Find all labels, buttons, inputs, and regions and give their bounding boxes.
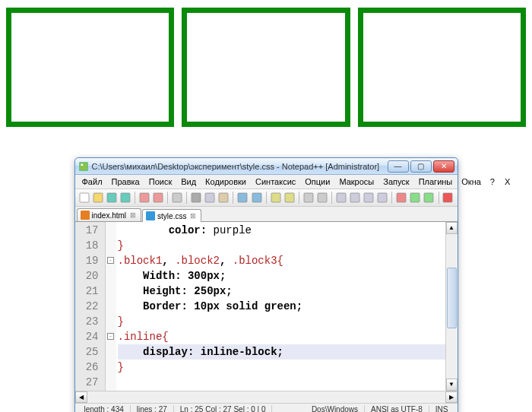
maximize-button[interactable]: ▢: [410, 160, 432, 173]
code-line[interactable]: .inline{: [118, 329, 445, 344]
closeall-button[interactable]: [152, 191, 164, 204]
status-encoding: ANSI as UTF-8: [365, 405, 429, 412]
scroll-left-arrow-icon[interactable]: ◀: [75, 391, 87, 403]
menu-item-1[interactable]: Правка: [108, 176, 144, 187]
svg-rect-16: [304, 193, 313, 202]
menu-item-3[interactable]: Вид: [177, 176, 200, 187]
scroll-down-arrow-icon[interactable]: ▼: [446, 379, 458, 391]
code-line[interactable]: Width: 300px;: [118, 268, 445, 284]
close-button[interactable]: [138, 191, 150, 204]
wrap-button[interactable]: [335, 191, 347, 204]
svg-rect-25: [443, 193, 452, 202]
horizontal-scrollbar[interactable]: ◀ ▶: [75, 391, 458, 403]
cut-button[interactable]: [190, 191, 202, 204]
fold-toggle-icon[interactable]: -: [107, 257, 114, 264]
find-button[interactable]: [269, 191, 281, 204]
svg-rect-0: [79, 162, 87, 170]
minimize-button[interactable]: —: [388, 160, 409, 173]
close-button[interactable]: ✕: [433, 160, 454, 173]
code-line[interactable]: Border: 10px solid green;: [118, 299, 445, 314]
css-file-icon: [146, 211, 155, 220]
paste-button[interactable]: [217, 191, 230, 204]
fold-cell[interactable]: -: [106, 328, 116, 344]
indent-button[interactable]: [363, 191, 375, 204]
new-button[interactable]: [78, 191, 90, 204]
toolbar: [75, 189, 458, 207]
undo-button[interactable]: [236, 191, 249, 204]
fold-gutter: - -: [106, 222, 116, 391]
menu-item-0[interactable]: Файл: [78, 176, 106, 187]
svg-rect-8: [173, 193, 182, 202]
play-button[interactable]: [409, 191, 421, 204]
save-button[interactable]: [106, 191, 118, 204]
code-line[interactable]: Height: 250px;: [118, 284, 445, 299]
svg-rect-9: [192, 193, 201, 202]
print-button[interactable]: [171, 191, 183, 204]
svg-rect-11: [219, 193, 228, 202]
menu-item-6[interactable]: Опции: [301, 176, 334, 187]
tab-close-icon[interactable]: ⊠: [190, 212, 196, 220]
scroll-up-arrow-icon[interactable]: ▲: [446, 222, 458, 234]
tab-style-css[interactable]: style.css⊠: [142, 209, 201, 222]
fold-toggle-icon[interactable]: -: [107, 333, 114, 340]
menu-item-4[interactable]: Кодировки: [201, 176, 250, 187]
menu-close-x[interactable]: X: [500, 176, 515, 187]
code-line[interactable]: }: [118, 238, 445, 253]
lang-button[interactable]: [376, 191, 388, 204]
open-button[interactable]: [92, 191, 104, 204]
menu-item-8[interactable]: Запуск: [379, 176, 413, 187]
code-area[interactable]: color: purple}.block1, .block2, .block3{…: [116, 222, 445, 391]
code-line[interactable]: [118, 375, 445, 390]
code-line[interactable]: .block1, .block2, .block3{: [118, 253, 445, 268]
undo-icon: [237, 192, 248, 203]
svg-rect-24: [424, 193, 433, 202]
code-line[interactable]: color: purple: [118, 223, 445, 238]
menubar: ФайлПравкаПоискВидКодировкиСинтаксисОпци…: [75, 175, 458, 189]
svg-rect-3: [93, 193, 103, 202]
replace-button[interactable]: [283, 191, 296, 204]
redo-button[interactable]: [250, 191, 262, 204]
code-line[interactable]: display: inline-block;: [118, 344, 445, 360]
code-line[interactable]: }: [118, 314, 445, 329]
zoomin-button[interactable]: [302, 191, 315, 204]
line-number: 24: [75, 329, 99, 344]
menu-item-5[interactable]: Синтаксис: [252, 176, 299, 187]
rec-button[interactable]: [442, 191, 454, 204]
scroll-thumb[interactable]: [447, 268, 457, 328]
paste-icon: [218, 192, 229, 203]
playrec-button[interactable]: [423, 191, 435, 204]
code-line[interactable]: }: [118, 360, 445, 375]
menu-item-11[interactable]: ?: [486, 176, 499, 187]
macro-button[interactable]: [395, 191, 407, 204]
vertical-scrollbar[interactable]: ▲ ▼: [445, 222, 458, 391]
saveall-button[interactable]: [119, 191, 131, 204]
menu-item-10[interactable]: Окна: [458, 176, 485, 187]
menu-item-7[interactable]: Макросы: [335, 176, 378, 187]
fold-cell: [106, 298, 116, 313]
svg-rect-21: [378, 193, 387, 202]
svg-rect-12: [238, 193, 247, 202]
save-icon: [106, 192, 117, 203]
tab-index-html[interactable]: index.html⊠: [77, 208, 142, 221]
toolbar-separator: [186, 192, 187, 204]
svg-rect-19: [350, 193, 359, 202]
find-icon: [271, 192, 281, 203]
svg-rect-5: [121, 193, 130, 202]
zoomout-icon: [317, 192, 328, 203]
line-number: 22: [75, 299, 99, 314]
svg-rect-20: [364, 193, 373, 202]
titlebar[interactable]: C:\Users\михаил\Desktop\эксперимент\styl…: [75, 158, 458, 175]
rec-icon: [442, 192, 453, 203]
scroll-right-arrow-icon[interactable]: ▶: [445, 391, 458, 403]
fold-cell: [106, 237, 116, 252]
chars-button[interactable]: [349, 191, 361, 204]
window-title: C:\Users\михаил\Desktop\эксперимент\styl…: [92, 162, 388, 171]
zoomout-button[interactable]: [316, 191, 328, 204]
toolbar-separator: [167, 192, 168, 204]
status-insert-mode: INS: [429, 405, 454, 412]
copy-button[interactable]: [204, 191, 216, 204]
menu-item-9[interactable]: Плагины: [415, 176, 457, 187]
fold-cell[interactable]: -: [106, 252, 116, 268]
menu-item-2[interactable]: Поиск: [145, 176, 176, 187]
tab-close-icon[interactable]: ⊠: [130, 211, 136, 219]
